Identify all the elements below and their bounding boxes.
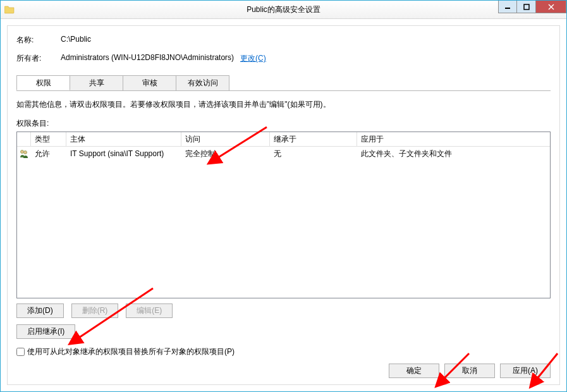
change-owner-link[interactable]: 更改(C)	[240, 53, 266, 64]
grid-button-row: 添加(D) 删除(R) 编辑(E)	[16, 303, 551, 318]
close-button[interactable]	[536, 1, 566, 13]
add-button[interactable]: 添加(D)	[16, 303, 64, 318]
svg-point-5	[24, 151, 27, 154]
tab-permission[interactable]: 权限	[16, 75, 70, 90]
replace-children-check-input[interactable]	[16, 348, 25, 356]
dialog-footer: 确定 取消 应用(A)	[16, 364, 551, 378]
row-type: 允许	[31, 149, 66, 159]
replace-children-label: 使用可从此对象继承的权限项目替换所有子对象的权限项目(P)	[27, 346, 235, 357]
replace-children-checkbox[interactable]: 使用可从此对象继承的权限项目替换所有子对象的权限项目(P)	[16, 346, 551, 357]
tab-effective[interactable]: 有效访问	[176, 75, 229, 90]
tab-audit[interactable]: 审核	[123, 75, 176, 90]
table-row[interactable]: 允许 IT Support (sina\IT Support) 完全控制 无 此…	[17, 147, 550, 161]
col-access[interactable]: 访问	[181, 132, 270, 146]
titlebar[interactable]: Public的高级安全设置	[1, 1, 566, 19]
grid-header: 类型 主体 访问 继承于 应用于	[17, 132, 550, 147]
col-principal[interactable]: 主体	[66, 132, 181, 146]
content-area: 名称: C:\Public 所有者: Administrators (WIN-U…	[1, 19, 566, 391]
folder-icon	[4, 4, 15, 15]
apply-button[interactable]: 应用(A)	[500, 364, 551, 378]
row-inherited: 无	[270, 149, 357, 159]
edit-button: 编辑(E)	[126, 303, 173, 318]
window-title: Public的高级安全设置	[1, 4, 566, 15]
owner-row: 所有者: Administrators (WIN-U12D8FI8JNO\Adm…	[16, 53, 551, 64]
name-label: 名称:	[16, 35, 61, 46]
minimize-button[interactable]	[498, 1, 517, 13]
users-icon	[19, 149, 29, 159]
row-icon	[17, 149, 31, 159]
tab-body: 如需其他信息，请双击权限项目。若要修改权限项目，请选择该项目并单击"编辑"(如果…	[16, 91, 551, 357]
security-settings-window: Public的高级安全设置 名称: C:\Public 所有者: Adminis…	[0, 0, 567, 392]
enable-inherit-button[interactable]: 启用继承(I)	[16, 324, 75, 339]
list-label: 权限条目:	[16, 118, 551, 129]
tab-strip: 权限 共享 审核 有效访问	[16, 75, 551, 90]
col-type[interactable]: 类型	[31, 132, 66, 146]
maximize-button[interactable]	[517, 1, 536, 13]
col-applies[interactable]: 应用于	[357, 132, 550, 146]
owner-value: Administrators (WIN-U12D8FI8JNO\Administ…	[61, 53, 234, 64]
row-applies: 此文件夹、子文件夹和文件	[357, 149, 550, 159]
svg-point-4	[21, 150, 24, 154]
tab-share[interactable]: 共享	[70, 75, 123, 90]
inherit-button-row: 启用继承(I)	[16, 324, 551, 339]
col-icon[interactable]	[17, 132, 31, 146]
name-row: 名称: C:\Public	[16, 35, 551, 46]
row-principal: IT Support (sina\IT Support)	[66, 149, 181, 158]
hint-text: 如需其他信息，请双击权限项目。若要修改权限项目，请选择该项目并单击"编辑"(如果…	[16, 99, 551, 111]
svg-rect-1	[524, 4, 529, 9]
ok-button[interactable]: 确定	[389, 364, 439, 378]
remove-button: 删除(R)	[71, 303, 119, 318]
name-value: C:\Public	[61, 35, 91, 46]
inner-panel: 名称: C:\Public 所有者: Administrators (WIN-U…	[7, 25, 560, 385]
owner-label: 所有者:	[16, 53, 61, 64]
col-inherited[interactable]: 继承于	[270, 132, 357, 146]
row-access: 完全控制	[181, 149, 270, 159]
permission-grid[interactable]: 类型 主体 访问 继承于 应用于	[16, 132, 551, 298]
cancel-button[interactable]: 取消	[444, 364, 495, 378]
